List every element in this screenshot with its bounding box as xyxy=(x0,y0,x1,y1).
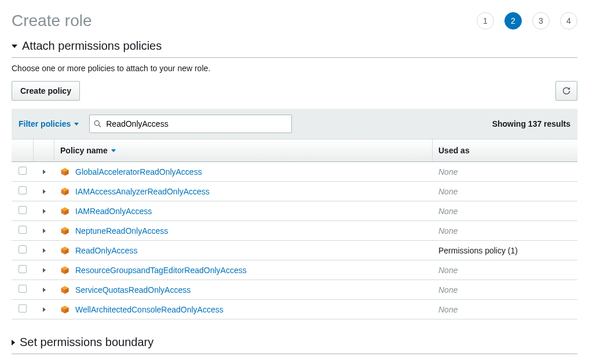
row-checkbox[interactable] xyxy=(19,186,27,194)
policy-name-link[interactable]: WellArchitectedConsoleReadOnlyAccess xyxy=(75,305,224,314)
table-row: IAMAccessAnalyzerReadOnlyAccessNone xyxy=(12,182,577,201)
column-header-used-as[interactable]: Used as xyxy=(433,139,577,161)
row-checkbox[interactable] xyxy=(19,304,27,312)
step-2[interactable]: 2 xyxy=(504,12,522,30)
expand-row-icon[interactable] xyxy=(43,307,46,312)
policy-name-link[interactable]: ResourceGroupsandTagEditorReadOnlyAccess xyxy=(75,266,247,275)
expand-row-icon[interactable] xyxy=(43,229,46,233)
policy-icon xyxy=(60,246,69,255)
expand-row-icon[interactable] xyxy=(43,209,46,214)
row-checkbox[interactable] xyxy=(19,206,27,214)
policy-icon xyxy=(60,207,69,216)
filter-policies-label: Filter policies xyxy=(19,119,71,128)
policy-icon xyxy=(60,226,69,236)
search-input[interactable] xyxy=(89,115,292,133)
row-checkbox[interactable] xyxy=(19,285,27,293)
table-header: Policy name Used as xyxy=(12,139,577,162)
svg-point-0 xyxy=(94,121,99,126)
expand-row-icon[interactable] xyxy=(43,189,46,194)
attach-policies-subtext: Choose one or more policies to attach to… xyxy=(12,64,577,73)
caret-down-icon xyxy=(12,45,17,48)
used-as-cell: None xyxy=(433,163,577,181)
table-row: NeptuneReadOnlyAccessNone xyxy=(12,221,577,241)
policy-icon xyxy=(60,305,69,314)
expand-row-icon[interactable] xyxy=(43,248,46,253)
svg-line-1 xyxy=(99,125,101,127)
table-row: GlobalAcceleratorReadOnlyAccessNone xyxy=(12,162,577,182)
row-checkbox[interactable] xyxy=(19,245,27,253)
create-policy-button[interactable]: Create policy xyxy=(12,81,80,101)
search-icon xyxy=(94,120,101,128)
caret-right-icon xyxy=(12,340,15,345)
used-as-cell: None xyxy=(433,281,577,299)
policy-icon xyxy=(60,266,69,275)
expand-row-icon[interactable] xyxy=(43,288,46,292)
wizard-stepper: 1234 xyxy=(477,12,577,30)
row-checkbox[interactable] xyxy=(19,265,27,273)
table-body: GlobalAcceleratorReadOnlyAccessNone IAMA… xyxy=(12,162,577,319)
policy-name-link[interactable]: ServiceQuotasReadOnlyAccess xyxy=(75,285,191,295)
used-as-cell: None xyxy=(433,203,577,220)
attach-policies-title: Attach permissions policies xyxy=(22,39,162,53)
used-as-cell: Permissions policy (1) xyxy=(433,242,577,259)
policy-icon xyxy=(60,187,69,196)
policy-name-link[interactable]: IAMReadOnlyAccess xyxy=(75,207,152,216)
used-as-cell: None xyxy=(433,222,577,240)
refresh-button[interactable] xyxy=(555,81,577,101)
policy-icon xyxy=(60,285,69,295)
expand-row-icon[interactable] xyxy=(43,170,46,174)
table-row: IAMReadOnlyAccessNone xyxy=(12,201,577,221)
row-checkbox[interactable] xyxy=(19,226,27,234)
used-as-cell: None xyxy=(433,262,577,279)
permissions-boundary-title: Set permissions boundary xyxy=(20,336,153,349)
step-1[interactable]: 1 xyxy=(477,12,494,30)
row-checkbox[interactable] xyxy=(19,167,27,175)
table-row: ResourceGroupsandTagEditorReadOnlyAccess… xyxy=(12,260,577,280)
used-as-cell: None xyxy=(433,301,577,318)
table-row: WellArchitectedConsoleReadOnlyAccessNone xyxy=(12,300,577,319)
table-row: ServiceQuotasReadOnlyAccessNone xyxy=(12,280,577,300)
filter-bar: Filter policies Showing 137 results xyxy=(12,109,577,139)
policy-name-link[interactable]: ReadOnlyAccess xyxy=(75,246,137,255)
expand-row-icon[interactable] xyxy=(43,268,46,273)
policy-name-link[interactable]: IAMAccessAnalyzerReadOnlyAccess xyxy=(75,187,210,196)
attach-policies-section-toggle[interactable]: Attach permissions policies xyxy=(12,39,577,58)
results-count: Showing 137 results xyxy=(492,119,570,128)
page-title: Create role xyxy=(12,12,92,30)
policy-name-link[interactable]: GlobalAcceleratorReadOnlyAccess xyxy=(75,167,202,177)
refresh-icon xyxy=(562,86,571,95)
policy-name-link[interactable]: NeptuneReadOnlyAccess xyxy=(75,226,168,236)
policy-icon xyxy=(60,167,69,177)
table-row: ReadOnlyAccessPermissions policy (1) xyxy=(12,241,577,260)
chevron-down-icon xyxy=(74,123,79,126)
used-as-cell: None xyxy=(433,183,577,200)
sort-indicator-icon xyxy=(111,149,116,152)
step-4[interactable]: 4 xyxy=(560,12,577,30)
permissions-boundary-section-toggle[interactable]: Set permissions boundary xyxy=(12,336,577,354)
column-header-policy-name[interactable]: Policy name xyxy=(54,139,433,161)
step-3[interactable]: 3 xyxy=(532,12,550,30)
filter-policies-dropdown[interactable]: Filter policies xyxy=(19,119,79,128)
